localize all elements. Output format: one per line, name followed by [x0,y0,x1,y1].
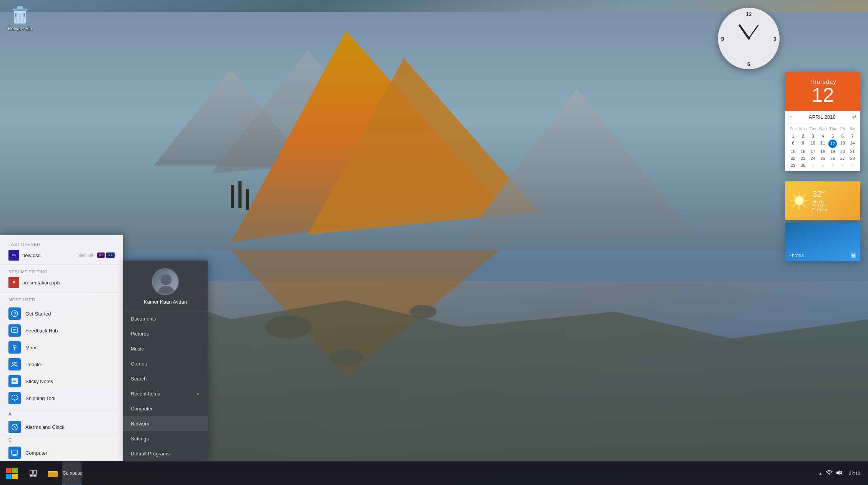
wifi-tray-icon[interactable] [826,470,833,477]
tray-expand-btn[interactable]: ▲ [818,471,823,476]
user-avatar[interactable] [152,268,179,295]
cal-day-18[interactable]: 18 [818,148,828,155]
cal-day-2[interactable]: 2 [798,133,808,140]
calendar-next-btn[interactable]: ⇄ [852,114,856,120]
svg-line-36 [793,204,795,207]
menu-computer-label: Computer [131,406,153,412]
calendar-header-row: Sun Mon Tue Wed Thu Fri Sat [788,126,857,133]
cal-week-5: 29 30 1 2 3 4 5 [788,162,857,169]
start-menu: Last opened Ps new.psd open with Pr Ae R… [0,235,123,461]
app-sticky-notes[interactable]: Sticky Notes [8,373,115,390]
app-computer-list[interactable]: Computer [0,444,123,461]
calendar-month-nav: ≡ APRIL 2018 ⇄ [785,111,860,123]
cal-day-3[interactable]: 3 [808,133,818,140]
sticky-notes-label: Sticky Notes [25,379,53,384]
menu-music[interactable]: Music [123,341,208,356]
cal-header-wed: Wed [818,126,828,133]
menu-recent-items-label: Recent Items [131,391,160,397]
photos-widget[interactable]: Photos ▣ [785,223,860,261]
weather-info: 32° Sunny 34°/14° Eskişehir [812,189,828,212]
cal-week-1: 1 2 3 4 5 6 7 [788,133,857,140]
resume-file-row[interactable]: P presentation.pptx [8,277,115,288]
calendar-header: Thursday 12 [785,72,860,111]
task-view-button[interactable] [24,462,43,485]
svg-text:?: ? [13,311,16,317]
cal-day-26[interactable]: 26 [828,155,838,162]
menu-documents[interactable]: Documents [123,311,208,326]
app-people[interactable]: People [8,356,115,373]
calendar-prev-btn[interactable]: ≡ [789,114,792,120]
menu-network[interactable]: Network [123,416,208,431]
cal-day-7[interactable]: 7 [848,133,857,140]
cal-day-may4[interactable]: 4 [838,162,848,169]
start-menu-right-panel: Kamer Kaan Avdan Documents Pictures Musi… [123,261,208,461]
cal-day-24[interactable]: 24 [808,155,818,162]
menu-search[interactable]: Search [123,371,208,386]
calendar-widget[interactable]: Thursday 12 ≡ APRIL 2018 ⇄ Sun Mon Tue W… [785,72,860,171]
menu-computer[interactable]: Computer [123,401,208,416]
weather-range: 34°/14° [812,204,828,208]
cal-day-29[interactable]: 29 [788,162,798,169]
cal-day-30[interactable]: 30 [798,162,808,169]
weather-widget[interactable]: 32° Sunny 34°/14° Eskişehir [785,181,860,220]
menu-default-programs[interactable]: Default Programs [123,446,208,461]
recycle-bin-icon[interactable]: Recycle Bin [5,5,35,32]
cal-day-may1[interactable]: 1 [808,162,818,169]
snipping-tool-label: Snipping Tool [25,395,55,401]
cal-day-11[interactable]: 11 [818,140,828,148]
svg-rect-60 [12,468,18,473]
recycle-bin-label: Recycle Bin [8,26,32,32]
clock-widget[interactable]: 12 3 6 9 [718,8,780,69]
premiere-badge[interactable]: Pr [97,252,105,258]
cal-day-21[interactable]: 21 [848,148,857,155]
cal-day-13[interactable]: 13 [838,140,848,148]
app-snipping-tool[interactable]: Snipping Tool [8,390,115,407]
cal-day-may3[interactable]: 3 [828,162,838,169]
cal-day-1[interactable]: 1 [788,133,798,140]
cal-day-may2[interactable]: 2 [818,162,828,169]
app-alarms-clock[interactable]: Alarms and Clock [0,419,123,435]
cal-day-4[interactable]: 4 [818,133,828,140]
cal-day-16[interactable]: 16 [798,148,808,155]
svg-rect-59 [6,468,12,473]
app-maps[interactable]: Maps [8,339,115,356]
menu-games[interactable]: Games [123,356,208,371]
last-opened-file-row[interactable]: Ps new.psd open with Pr Ae [8,250,115,261]
taskbar-clock[interactable]: 22:10 [846,471,863,476]
start-button[interactable] [0,462,24,485]
cal-day-12-today[interactable]: 12 [828,140,837,148]
last-opened-section: Last opened Ps new.psd open with Pr Ae [0,235,123,265]
cal-day-25[interactable]: 25 [818,155,828,162]
menu-settings[interactable]: Settings [123,431,208,446]
menu-pictures[interactable]: Pictures [123,326,208,341]
pptx-icon: P [8,277,19,288]
cal-day-15[interactable]: 15 [788,148,798,155]
cal-day-22[interactable]: 22 [788,155,798,162]
weather-sun-icon [790,191,808,210]
app-get-started[interactable]: ? Get Started [8,305,115,322]
after-effects-badge[interactable]: Ae [106,252,115,258]
cal-day-14[interactable]: 14 [848,140,857,148]
cal-day-10[interactable]: 10 [808,140,818,148]
cal-day-28[interactable]: 28 [848,155,857,162]
cal-day-20[interactable]: 20 [838,148,848,155]
cal-day-27[interactable]: 27 [838,155,848,162]
menu-recent-items[interactable]: Recent Items ► [123,386,208,401]
resume-editing-label: Resume editing [8,269,115,274]
cal-day-may5[interactable]: 5 [848,162,857,169]
cal-day-5[interactable]: 5 [828,133,838,140]
cal-day-19[interactable]: 19 [828,148,838,155]
cal-day-23[interactable]: 23 [798,155,808,162]
alpha-c: C [0,435,123,444]
cal-day-9[interactable]: 9 [798,140,808,148]
cal-day-6[interactable]: 6 [838,133,848,140]
computer-taskbar-button[interactable]: Computer [62,462,82,485]
svg-line-35 [803,194,805,197]
cal-day-8[interactable]: 8 [788,140,798,148]
volume-tray-icon[interactable] [836,470,843,477]
svg-rect-45 [12,378,18,384]
app-feedback-hub[interactable]: Feedback Hub [8,322,115,339]
cal-day-17[interactable]: 17 [808,148,818,155]
menu-pictures-label: Pictures [131,331,149,337]
file-explorer-taskbar[interactable] [43,462,62,485]
